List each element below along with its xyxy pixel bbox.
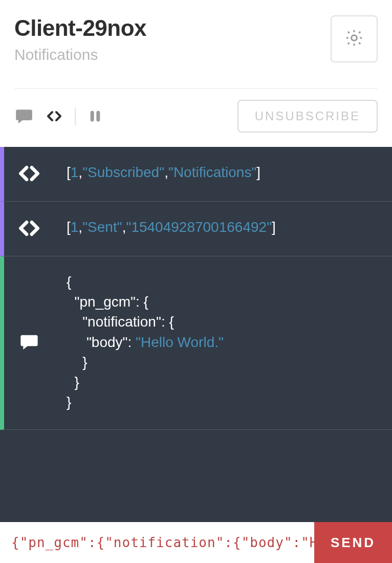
svg-point-0 [352, 35, 357, 41]
message-input[interactable]: {"pn_gcm":{"notification":{"body":"Hello… [0, 522, 314, 563]
composer: {"pn_gcm":{"notification":{"body":"Hello… [0, 522, 392, 563]
message-body: { "pn_gcm": { "notification": { "body": … [67, 272, 224, 412]
message-row: { "pn_gcm": { "notification": { "body": … [0, 256, 392, 430]
message-list: [1,"Subscribed","Notifications"] [1,"Sen… [0, 147, 392, 522]
pause-button[interactable] [88, 108, 102, 124]
client-title: Client-29nox [14, 15, 146, 41]
raw-view-toggle[interactable] [46, 108, 62, 124]
header: Client-29nox Notifications [0, 0, 392, 73]
message-body: [1,"Sent","15404928700166492"] [67, 217, 276, 237]
chat-icon [16, 332, 42, 352]
send-button[interactable]: SEND [314, 522, 392, 563]
message-row: [1,"Sent","15404928700166492"] [0, 202, 392, 256]
chat-view-toggle[interactable] [14, 106, 34, 126]
toolbar-separator [75, 107, 76, 125]
gear-icon [344, 28, 364, 50]
settings-button[interactable] [331, 15, 378, 62]
message-list-empty-area [0, 430, 392, 522]
message-row: [1,"Subscribed","Notifications"] [0, 147, 392, 202]
toolbar: UNSUBSCRIBE [0, 89, 392, 147]
channel-subtitle: Notifications [14, 46, 146, 63]
svg-rect-1 [91, 111, 94, 122]
code-icon [16, 218, 42, 239]
code-icon [16, 163, 42, 184]
message-body: [1,"Subscribed","Notifications"] [67, 162, 260, 182]
svg-rect-2 [96, 111, 100, 122]
unsubscribe-button[interactable]: UNSUBSCRIBE [237, 100, 378, 133]
